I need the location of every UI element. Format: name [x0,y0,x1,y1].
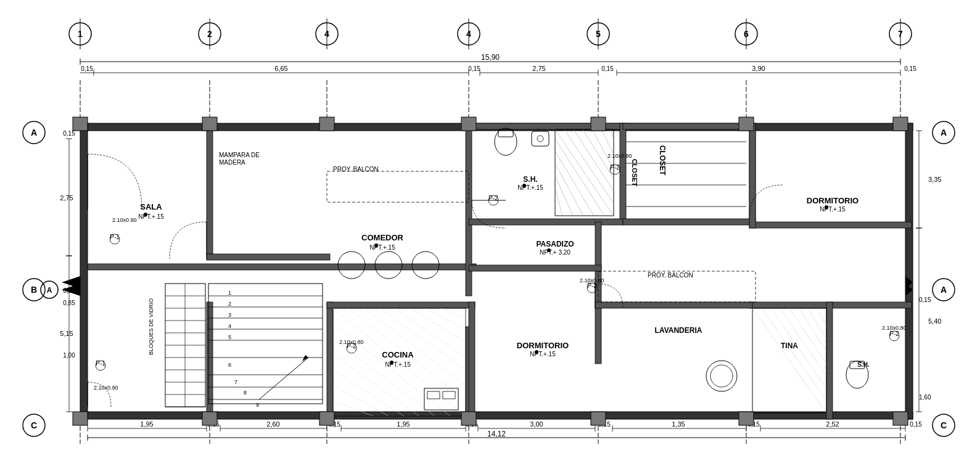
door-p1-label2: P-1 [96,360,105,367]
floor-plan-svg: 1 2 4 4 5 6 7 15,90 0,15 [0,0,980,466]
svg-rect-59 [207,254,330,260]
door-p1-label1: P-1 [110,234,120,240]
door-size-2: 2.10x0.80 [580,277,604,284]
svg-rect-37 [80,123,88,419]
dim-260: 2,60 [266,420,279,428]
svg-rect-202 [893,117,908,131]
stair-1: 1 [228,290,231,296]
row-label-a-left: A [31,128,37,137]
svg-rect-197 [202,117,217,131]
dim-300: 3,00 [530,420,543,428]
svg-point-64 [522,184,526,187]
dim-275: 2,75 [532,65,545,72]
room-sh-npt: NPT.+.15 [517,184,543,191]
svg-rect-198 [319,117,334,131]
dim-252: 2,52 [826,420,839,428]
side-b2-marker: 0,85 [63,300,75,306]
svg-rect-208 [739,412,754,425]
svg-rect-51 [469,265,601,271]
row-label-c-right: C [941,420,947,430]
col-label-4b: 4 [466,29,471,39]
door-label-2: 2.10x0.90 [94,385,118,391]
door-size-4: 2.10x0.80 [882,325,907,331]
stair-3: 3 [228,312,231,318]
svg-rect-201 [739,117,754,131]
side-dim-015-r: 0,15 [919,296,931,303]
svg-point-62 [374,243,378,247]
svg-rect-40 [207,302,213,419]
row-label-a-b-left: A [47,286,52,295]
dim-total-bottom: 14,12 [487,430,506,438]
room-dormitorio1-label: DORMITORIO [517,341,569,350]
door-size-3: 2.10x0.80 [339,339,364,345]
svg-rect-50 [595,222,601,364]
side-dim-160: 1,60 [919,394,931,401]
svg-rect-47 [623,123,752,129]
svg-rect-55 [826,302,833,419]
label-bloques-vidrio: BLOQUES DE VIDRIO [148,298,154,355]
room-lavanderia-label: LAVANDERIA [655,326,702,335]
stair-9: 9 [256,402,259,408]
room-cocina-label: COCINA [382,350,414,359]
stair-8: 8 [244,390,247,396]
room-comedor-npt: NPT.+.15 [369,244,395,251]
side-dim-335: 3,35 [928,176,941,183]
label-proy-balcon2: PROY. BALCON [648,272,693,279]
svg-rect-204 [202,412,217,425]
svg-rect-39 [207,131,213,254]
side-dim-015-top: 0,15 [63,130,75,137]
door-p2-label5: P-2 [889,330,899,337]
svg-rect-196 [73,117,88,131]
svg-rect-57 [327,302,475,308]
door-p2-label2: P-2 [610,164,620,171]
label-mampara: MAMPARA DE [219,152,260,158]
stair-4: 4 [228,323,231,329]
dim-015-3: 0,15 [601,65,614,72]
room-sala-label: SALA [140,202,162,211]
col-label-5: 5 [596,29,601,39]
svg-point-63 [390,361,393,364]
svg-point-61 [144,213,147,216]
svg-rect-203 [73,412,88,425]
svg-rect-60 [595,302,752,308]
dim-195-2: 1,95 [397,420,410,428]
svg-rect-41 [88,264,476,270]
svg-rect-206 [461,412,476,425]
dim-390: 3,90 [752,65,765,72]
svg-rect-209 [893,412,908,425]
room-tina-label: TINA [781,341,798,350]
svg-point-67 [825,205,828,209]
dim-195-1: 1,95 [140,420,153,428]
dim-015-4: 0,15 [904,65,916,72]
room-pasadizo-label: PASADIZO [536,240,574,248]
stair-5: 5 [228,334,231,340]
dim-015-b6: 0,15 [910,421,922,428]
room-sala-npt: NPT.+.15 [138,213,164,220]
closet-label: CLOSET [631,159,638,187]
room-sh-label: S.H. [523,175,537,184]
svg-rect-49 [623,219,756,225]
door-size-1: 2.10x0.80 [607,153,632,159]
row-label-a-right2: A [941,285,947,295]
svg-rect-0 [0,0,980,466]
svg-rect-56 [327,302,333,419]
svg-point-66 [535,350,538,354]
svg-rect-52 [749,222,912,228]
dim-total-width: 15,90 [481,53,500,62]
room-dormitorio2-label: DORMITORIO [807,196,859,205]
svg-rect-207 [591,412,606,425]
stair-2: 2 [228,301,231,307]
room-cocina-npt: NPT.+.15 [385,361,411,368]
svg-rect-38 [905,123,913,419]
svg-rect-53 [749,123,756,228]
stair-6: 6 [228,362,231,368]
door-label-1: 2.10x0.90 [112,217,137,223]
room-closet-label: CLOSET [658,145,667,176]
svg-rect-205 [319,412,334,425]
svg-rect-58 [469,302,475,419]
dim-015-2: 0,15 [468,65,480,72]
col-label-2: 2 [207,29,212,39]
svg-rect-200 [591,117,606,131]
room-pasadizo-npt: NPT.+ 3.20 [540,249,570,256]
side-dim-515: 5,15 [60,330,73,337]
